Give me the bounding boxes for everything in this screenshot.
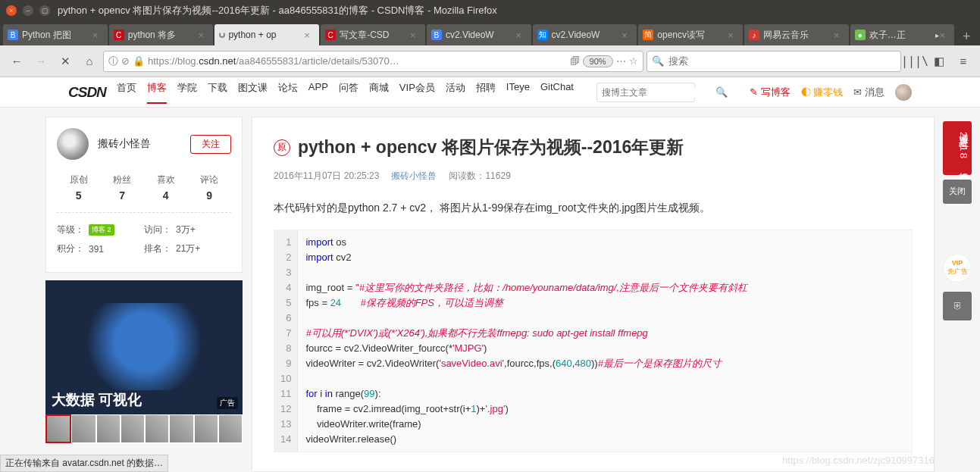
tab-label: cv2.VideoW [446, 30, 516, 40]
tab-close-icon[interactable]: × [939, 30, 950, 40]
ad-image [61, 303, 227, 390]
nav-item[interactable]: APP [308, 81, 328, 104]
user-avatar[interactable] [895, 84, 912, 101]
site-search[interactable]: 🔍 [596, 83, 695, 102]
ad-thumbnails[interactable] [45, 414, 243, 443]
browser-tab[interactable]: Cpython 将多× [109, 24, 214, 45]
author-name[interactable]: 搬砖小怪兽 [98, 137, 151, 151]
zoom-badge[interactable]: 90% [583, 55, 613, 67]
browser-toolbar: ← → ✕ ⌂ ⓘ ⊘ 🔒 https://blog.csdn.net/aa84… [0, 45, 980, 77]
article-author-link[interactable]: 搬砖小怪兽 [391, 170, 437, 183]
browser-tab[interactable]: C写文章-CSD× [321, 24, 425, 45]
nav-item[interactable]: ITeye [506, 81, 530, 104]
tab-close-icon[interactable]: × [834, 30, 844, 40]
browser-tab[interactable]: 简opencv读写× [638, 24, 743, 45]
hamburger-menu-icon[interactable]: ≡ [953, 51, 974, 72]
visit-info: 访问：3万+ [144, 223, 231, 236]
library-icon[interactable]: |||\ [904, 51, 925, 72]
shield-button[interactable]: ⛨ [943, 292, 972, 320]
window-titlebar: × – ▢ python + opencv 将图片保存为视频--2016年更新 … [0, 0, 980, 21]
search-input[interactable] [668, 55, 896, 67]
new-tab-button[interactable]: + [956, 27, 977, 45]
article-meta: 2016年11月07日 20:25:23 搬砖小怪兽 阅读数：11629 [274, 170, 913, 183]
url-bar[interactable]: ⓘ ⊘ 🔒 https://blog.csdn.net/aa846555831/… [103, 51, 643, 72]
write-blog-link[interactable]: ✎ 写博客 [750, 86, 791, 99]
tab-favicon: B [8, 30, 18, 40]
page-actions-icon[interactable]: ⋯ [616, 55, 626, 67]
tab-close-icon[interactable]: × [728, 30, 738, 40]
tab-label: opencv读写 [657, 29, 728, 42]
stat-item[interactable]: 评论9 [200, 173, 218, 202]
nav-item[interactable]: 图文课 [238, 81, 268, 104]
ad-tag: 广告 [217, 397, 238, 409]
nav-item[interactable]: 论坛 [278, 81, 298, 104]
search-icon: 🔍 [652, 55, 664, 67]
info-icon[interactable]: ⓘ [108, 55, 118, 68]
nav-item[interactable]: 招聘 [476, 81, 496, 104]
nav-item[interactable]: 活动 [446, 81, 465, 104]
level-info: 等级：博客 2 [57, 223, 144, 236]
tab-close-icon[interactable]: × [304, 30, 315, 40]
author-card: 搬砖小怪兽 关注 原创5粉丝7喜欢4评论9 等级：博客 2 访问：3万+ 积分：… [45, 117, 243, 273]
search-icon[interactable]: 🔍 [715, 86, 728, 98]
promo-banner[interactable]: 博客之星2018 投票有奖 [943, 121, 972, 175]
author-avatar[interactable] [57, 128, 89, 160]
score-info: 积分：391 [57, 242, 144, 255]
tab-close-icon[interactable]: × [92, 30, 103, 40]
article-date: 2016年11月07日 20:25:23 [274, 170, 379, 183]
nav-item[interactable]: GitChat [540, 81, 574, 104]
tab-favicon: B [431, 30, 442, 40]
browser-tab[interactable]: ♪网易云音乐× [744, 24, 849, 45]
follow-button[interactable]: 关注 [190, 135, 231, 154]
browser-tab[interactable]: Bcv2.VideoW× [427, 24, 531, 45]
tab-label: 欢子…正 [869, 29, 936, 42]
stat-item[interactable]: 粉丝7 [113, 173, 131, 202]
sidebar-icon[interactable]: ◧ [928, 51, 950, 72]
tab-close-icon[interactable]: × [410, 30, 421, 40]
back-button[interactable]: ← [6, 51, 27, 72]
nav-item[interactable]: 下载 [208, 81, 227, 104]
tab-label: 网易云音乐 [763, 29, 834, 42]
tab-close-icon[interactable]: × [622, 30, 632, 40]
watermark: https://blog.csdn.net/zjc910997316 [782, 455, 935, 466]
browser-search-bar[interactable]: 🔍 [647, 51, 901, 72]
stat-item[interactable]: 原创5 [70, 173, 88, 202]
vip-button[interactable]: VIP免广告 [943, 254, 972, 283]
window-minimize-button[interactable]: – [23, 5, 33, 16]
site-header: CSDN 首页博客学院下载图文课论坛APP问答商城VIP会员活动招聘ITeyeG… [0, 77, 980, 108]
browser-tab[interactable]: python + op× [214, 24, 319, 45]
sidebar: 搬砖小怪兽 关注 原创5粉丝7喜欢4评论9 等级：博客 2 访问：3万+ 积分：… [45, 117, 243, 472]
tab-label: python 将多 [128, 29, 199, 42]
close-promo-button[interactable]: 关闭 [943, 180, 972, 204]
forward-button[interactable]: → [30, 51, 52, 72]
browser-tab[interactable]: ●欢子…正▸× [850, 24, 955, 45]
window-maximize-button[interactable]: ▢ [39, 5, 50, 16]
nav-item[interactable]: 博客 [147, 81, 167, 104]
ad-banner[interactable]: 大数据 可视化 广告 [45, 280, 243, 443]
bookmark-star-icon[interactable]: ☆ [629, 55, 638, 67]
tab-close-icon[interactable]: × [198, 30, 208, 40]
nav-item[interactable]: 问答 [339, 81, 358, 104]
earn-link[interactable]: ◐ 赚零钱 [801, 86, 844, 99]
tab-label: python + op [228, 30, 304, 40]
reader-icon[interactable]: 🗐 [570, 55, 580, 67]
window-close-button[interactable]: × [6, 5, 17, 16]
code-gutter: 1 2 3 4 5 6 7 8 9 10 11 12 13 14 [274, 230, 298, 452]
nav-item[interactable]: VIP会员 [399, 81, 435, 104]
lock-icon: 🔒 [133, 55, 145, 67]
permissions-icon[interactable]: ⊘ [121, 55, 130, 67]
tab-close-icon[interactable]: × [516, 30, 527, 40]
stat-item[interactable]: 喜欢4 [157, 173, 175, 202]
tab-favicon: 知 [537, 30, 548, 40]
nav-item[interactable]: 商城 [369, 81, 389, 104]
home-button[interactable]: ⌂ [79, 51, 100, 72]
nav-item[interactable]: 首页 [117, 81, 136, 104]
browser-tab[interactable]: BPython 把图× [3, 24, 108, 45]
stop-button[interactable]: ✕ [55, 51, 76, 72]
messages-link[interactable]: ✉ 消息 [853, 86, 885, 99]
nav-item[interactable]: 学院 [177, 81, 197, 104]
csdn-logo[interactable]: CSDN [68, 84, 106, 101]
site-search-input[interactable] [602, 87, 715, 98]
browser-tab[interactable]: 知cv2.VideoW× [533, 24, 637, 45]
article-main: 原 python + opencv 将图片保存为视频--2016年更新 2016… [252, 117, 935, 472]
